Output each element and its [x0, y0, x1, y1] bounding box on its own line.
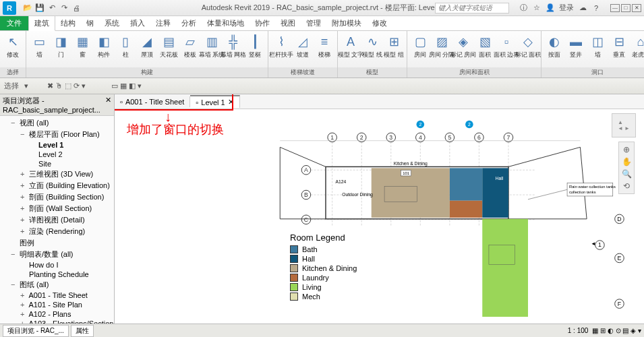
status-tab-properties[interactable]: 属性 — [71, 325, 94, 337]
ribbon-button[interactable]: ◢屋顶 — [137, 32, 157, 58]
tool-icon: ⊟ — [611, 34, 627, 50]
ribbon-tab[interactable]: 体量和场地 — [202, 16, 250, 30]
tool-icon: ⌂ — [633, 34, 644, 50]
ribbon-tab[interactable]: 分析 — [176, 16, 202, 30]
ribbon-button[interactable]: ⊞模型 组 — [384, 32, 404, 58]
svg-text:B: B — [304, 191, 308, 198]
undo-icon[interactable]: ↶ — [47, 3, 57, 13]
svg-text:5: 5 — [448, 134, 451, 141]
annotation-box — [115, 94, 233, 111]
ribbon-button[interactable]: ◇标记 面积 — [518, 32, 538, 58]
ribbon-panel: A模型 文字∿模型 线⊞模型 组模型 — [338, 31, 407, 78]
ribbon-tab[interactable]: 注释 — [150, 16, 176, 30]
tool-icon: ◿ — [295, 34, 311, 50]
ribbon-button[interactable]: ◧构件 — [94, 32, 114, 58]
tree-item[interactable]: Level 2 — [30, 150, 113, 159]
ribbon-button[interactable]: ◫墙 — [587, 32, 608, 58]
ribbon-button[interactable]: ⊟垂直 — [609, 32, 629, 58]
tree-item[interactable]: Level 1 — [30, 140, 113, 150]
ribbon-button[interactable]: ▯柱 — [115, 32, 136, 58]
tree-item[interactable]: 图例 — [11, 237, 113, 249]
ribbon-button[interactable]: ╬幕墙 网格 — [223, 32, 243, 58]
ribbon-button[interactable]: ▥幕墙 系统 — [202, 32, 222, 58]
ribbon-tab[interactable]: 协作 — [250, 16, 275, 30]
ribbon-tab[interactable]: 系统 — [99, 16, 125, 30]
file-tab[interactable]: 文件 — [0, 16, 28, 30]
tree-item[interactable]: + A001 - Title Sheet — [20, 290, 113, 300]
open-icon[interactable]: 📂 — [23, 3, 32, 13]
tree-item[interactable]: − 明细表/数量 (all) — [11, 249, 113, 260]
browser-tree[interactable]: − 视图 (all)− 楼层平面 (Floor Plan) Level 1 Le… — [0, 116, 114, 324]
ribbon-tab[interactable]: 钢 — [81, 16, 99, 30]
legend-item: Laundry — [290, 274, 357, 282]
ribbon-button[interactable]: ≡楼梯 — [314, 32, 334, 58]
minimize-button[interactable]: — — [610, 4, 620, 12]
star-icon[interactable]: ☆ — [532, 3, 541, 13]
info-icon[interactable]: ⓘ — [519, 3, 528, 13]
svg-text:A: A — [304, 166, 308, 173]
tree-item[interactable]: + 渲染 (Rendering) — [20, 226, 113, 237]
cloud-icon[interactable]: ☁ — [578, 3, 587, 13]
tree-item[interactable]: − 楼层平面 (Floor Plan) — [20, 129, 113, 140]
help-icon[interactable]: ? — [591, 3, 601, 13]
ribbon-button[interactable]: ┃竖梃 — [245, 32, 265, 58]
ribbon-button[interactable]: ▢房间 — [410, 32, 430, 58]
svg-text:6: 6 — [477, 134, 481, 141]
print-icon[interactable]: 🖨 — [71, 3, 81, 13]
ribbon-button[interactable]: ▦窗 — [72, 32, 92, 58]
tree-item[interactable]: + A101 - Site Plan — [20, 300, 113, 309]
browser-title: 项目浏览器 - RAC_basic_sample_project... — [3, 96, 105, 114]
ribbon-button[interactable]: ▭墙 — [29, 32, 49, 58]
ribbon-button[interactable]: ▫面积 边界 — [496, 32, 517, 58]
ribbon-button[interactable]: ▱楼板 — [180, 32, 200, 58]
tree-item[interactable]: + 剖面 (Wall Section) — [20, 203, 113, 214]
tree-item[interactable]: + 立面 (Building Elevation) — [20, 180, 113, 191]
scale-label[interactable]: 1 : 100 — [568, 327, 589, 334]
ribbon-tabs: 文件 建筑结构钢系统插入注释分析体量和场地协作视图管理附加模块修改 — [0, 16, 644, 31]
redo-icon[interactable]: ↷ — [59, 3, 69, 13]
search-input[interactable] — [435, 3, 509, 13]
ribbon-button[interactable]: ◐按面 — [544, 32, 564, 58]
ribbon-button[interactable]: ∿模型 线 — [362, 32, 382, 58]
ribbon-button[interactable]: A模型 文字 — [341, 32, 361, 58]
ribbon-button[interactable]: ▤天花板 — [158, 32, 179, 58]
ribbon-tab[interactable]: 插入 — [125, 16, 150, 30]
ribbon-button[interactable]: ⌇栏杆扶手 — [271, 32, 291, 58]
ribbon-tab[interactable]: 视图 — [275, 16, 301, 30]
ribbon-button[interactable]: ◈标记 房间 — [453, 32, 473, 58]
swatch-icon — [290, 283, 298, 291]
ribbon-button[interactable]: ↖修改 — [3, 32, 23, 58]
ribbon-button[interactable]: ◿坡道 — [293, 32, 313, 58]
tree-item[interactable]: + 三维视图 (3D View) — [20, 168, 113, 180]
ribbon-tab[interactable]: 修改 — [367, 16, 392, 30]
svg-text:2: 2 — [360, 134, 363, 141]
status-tab-browser[interactable]: 项目浏览 - RAC_... — [3, 325, 69, 337]
tree-item[interactable]: Planting Schedule — [20, 270, 113, 279]
ribbon-button[interactable]: ◨门 — [51, 32, 71, 58]
tree-item[interactable]: How do I — [20, 260, 113, 270]
tree-item[interactable]: − 图纸 (all) — [11, 279, 113, 290]
ribbon-button[interactable]: ⌂老虎窗 — [631, 32, 644, 58]
svg-text:F: F — [618, 301, 621, 307]
browser-close-icon[interactable]: ✕ — [105, 96, 111, 114]
close-button[interactable]: ✕ — [632, 4, 641, 12]
app-logo: R — [3, 1, 16, 15]
user-icon[interactable]: 👤 — [546, 3, 555, 13]
tree-item[interactable]: + 剖面 (Building Section) — [20, 191, 113, 203]
ribbon-tab[interactable]: 建筑 — [28, 16, 55, 31]
tree-item[interactable]: + A103 - Elevations/Sections — [20, 319, 113, 324]
ribbon-tab[interactable]: 管理 — [301, 16, 326, 30]
tree-item[interactable]: Site — [30, 159, 113, 168]
tree-item[interactable]: + 详图视图 (Detail) — [20, 214, 113, 226]
maximize-button[interactable]: □ — [621, 4, 631, 12]
ribbon-button[interactable]: ▬竖井 — [566, 32, 586, 58]
search-box[interactable] — [435, 3, 509, 13]
ribbon-tab[interactable]: 结构 — [55, 16, 81, 30]
signin-link[interactable]: 登录 — [559, 3, 574, 13]
ribbon-button[interactable]: ▧面积 — [475, 32, 495, 58]
tree-item[interactable]: − 视图 (all) — [11, 117, 113, 129]
ribbon-button[interactable]: ▨房间 分隔 — [432, 32, 452, 58]
ribbon-tab[interactable]: 附加模块 — [326, 16, 367, 30]
tree-item[interactable]: + A102 - Plans — [20, 309, 113, 319]
save-icon[interactable]: 💾 — [35, 3, 45, 13]
